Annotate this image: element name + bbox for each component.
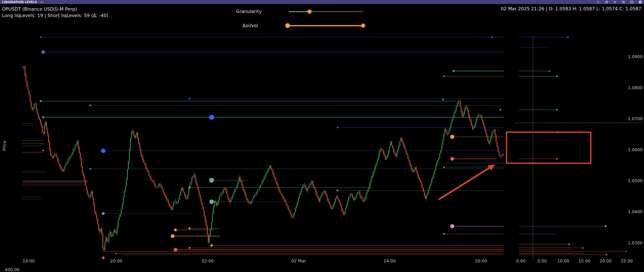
settings-icon[interactable] [613,0,617,4]
window-title: LIQUIDATION LEVELS [2,0,37,4]
camera-icon[interactable] [605,0,608,4]
liq-stats-label: Long liqLevels: 19 | Short liqLevels: 59… [2,13,108,18]
granularity-slider[interactable] [289,10,363,14]
oi-vol-range-slider[interactable] [288,24,363,28]
price-axis-title: Price [2,138,7,154]
titlebar-actions [596,0,642,4]
titlebar: LIQUIDATION LEVELS [0,0,644,4]
oi-vol-label: Δoi/vol [190,23,258,28]
symbol-label: OPUSDT (Binance USDⓈ-M Perp) [2,6,77,12]
liquidity-tick: 25.00 [613,258,640,264]
granularity-handle[interactable] [308,10,312,14]
oi-vol-max-handle[interactable] [361,24,365,28]
ohlc-readout: 02 Mar 2025 21:26 | O: 1.0583 H: 1.0587 … [501,6,641,11]
panels-icon[interactable] [622,0,625,4]
liquidity-amount-axis[interactable]: 0.005.0010.0015.0020.0025.00 [0,0,644,272]
granularity-track[interactable] [289,11,363,12]
grid-icon[interactable] [630,0,634,4]
oi-vol-track[interactable] [288,25,363,26]
close-icon[interactable] [638,0,642,4]
granularity-label: Granularity [194,9,262,14]
volume-axis-tick: 400.00 [1,267,20,272]
liquidation-levels-window: LIQUIDATION LEVELS [0,0,644,272]
candles-icon[interactable] [40,0,44,4]
reset-icon[interactable] [596,0,600,4]
titlebar-left: LIQUIDATION LEVELS [2,0,44,4]
oi-vol-min-handle[interactable] [286,24,290,28]
